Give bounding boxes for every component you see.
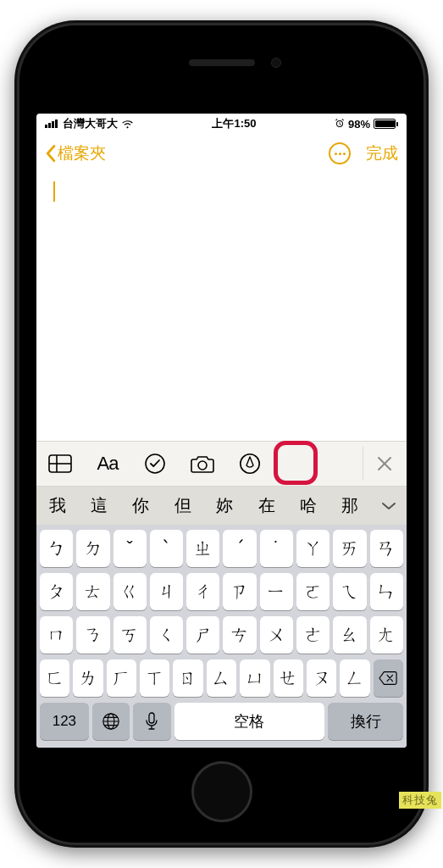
key[interactable]: ㄠ [333,616,366,654]
key[interactable]: ㄧ [260,573,293,610]
key[interactable]: ㄘ [223,616,256,654]
phone-frame: 台灣大哥大 上午1:50 98% 檔案夾 [14,20,429,848]
globe-key[interactable] [92,703,130,740]
home-button[interactable] [191,761,252,822]
key[interactable]: ㄇ [40,616,73,654]
screen: 台灣大哥大 上午1:50 98% 檔案夾 [36,114,407,748]
battery-icon [374,119,398,129]
watermark: 科技兔 [399,792,441,809]
battery-pct: 98% [348,118,370,131]
checklist-icon[interactable] [141,450,169,477]
key[interactable]: ㄡ [307,659,336,697]
status-time: 上午1:50 [137,116,331,131]
key[interactable]: ˙ [260,530,293,567]
back-label: 檔案夾 [58,142,106,164]
suggestion-item[interactable]: 妳 [204,494,246,517]
key[interactable]: ˊ [223,530,256,567]
alarm-icon [335,118,345,131]
svg-point-4 [198,461,207,470]
text-cursor [53,181,55,202]
key[interactable]: ㄕ [186,616,219,654]
mic-key[interactable] [133,703,170,740]
suggestion-item[interactable]: 在 [246,494,287,517]
key[interactable]: ㄋ [76,616,109,654]
key[interactable]: ˇ [114,530,147,567]
keyboard: ㄅㄉˇˋㄓˊ˙ㄚㄞㄢ ㄆㄊㄍㄐㄔㄗㄧㄛㄟㄣ ㄇㄋㄎㄑㄕㄘㄨㄜㄠㄤ ㄈㄌㄏㄒㄖㄙㄩ… [36,525,407,748]
return-key[interactable]: 換行 [328,703,403,740]
key[interactable]: ㄩ [240,659,269,697]
key[interactable]: ㄙ [207,659,236,697]
key[interactable]: ㄝ [274,659,303,697]
back-button[interactable]: 檔案夾 [45,142,106,164]
key[interactable]: ㄐ [150,573,183,610]
wifi-icon [121,120,134,129]
suggestion-item[interactable]: 你 [120,494,162,517]
key[interactable]: ㄓ [186,530,219,567]
more-button[interactable] [329,142,351,164]
suggestion-item[interactable]: 哈 [287,494,329,517]
key[interactable]: ㄑ [150,616,183,654]
key[interactable]: ㄢ [370,530,403,567]
key[interactable]: ㄔ [186,573,219,610]
callout-highlight [274,441,318,485]
front-camera [271,58,281,68]
key[interactable]: ㄗ [223,573,256,610]
key[interactable]: ㄊ [76,573,109,610]
key[interactable]: ㄤ [370,616,403,654]
suggestion-item[interactable]: 這 [78,494,119,517]
carrier-label: 台灣大哥大 [63,116,118,131]
suggestion-item[interactable]: 但 [162,494,203,517]
key[interactable]: ㄎ [114,616,147,654]
note-editor[interactable] [36,173,407,441]
suggestion-bar: 我 這 你 但 妳 在 哈 那 [36,487,407,525]
expand-suggestions-button[interactable] [371,501,407,511]
key[interactable]: ㄒ [140,659,169,697]
key[interactable]: ㄈ [40,659,69,697]
text-format-button[interactable]: Aa [94,450,121,477]
keyboard-toolbar: Aa [36,441,407,487]
key[interactable]: ㄨ [260,616,293,654]
dismiss-toolbar-button[interactable] [363,447,396,481]
markup-icon[interactable] [236,450,263,477]
key[interactable]: ㄥ [340,659,369,697]
key[interactable]: ㄞ [333,530,366,567]
delete-key[interactable] [374,659,403,697]
key[interactable]: ㄅ [40,530,73,567]
status-bar: 台灣大哥大 上午1:50 98% [36,114,407,134]
svg-rect-9 [149,713,154,723]
done-button[interactable]: 完成 [366,142,398,164]
key[interactable]: ˋ [150,530,183,567]
key[interactable]: ㄆ [40,573,73,610]
table-icon[interactable] [47,450,74,477]
camera-icon[interactable] [189,450,216,477]
key[interactable]: ㄚ [296,530,329,567]
key[interactable]: ㄌ [73,659,102,697]
key[interactable]: ㄣ [370,573,403,610]
numbers-key[interactable]: 123 [40,703,89,740]
key[interactable]: ㄛ [296,573,329,610]
key[interactable]: ㄖ [173,659,202,697]
space-key[interactable]: 空格 [174,703,325,740]
speaker-grill [189,59,255,66]
key[interactable]: ㄟ [333,573,366,610]
key[interactable]: ㄏ [107,659,136,697]
key[interactable]: ㄉ [76,530,109,567]
signal-icon [45,120,58,128]
suggestion-item[interactable]: 那 [329,494,371,517]
navbar: 檔案夾 完成 [36,134,407,173]
key[interactable]: ㄍ [114,573,147,610]
key[interactable]: ㄜ [296,616,329,654]
suggestion-item[interactable]: 我 [36,494,78,517]
